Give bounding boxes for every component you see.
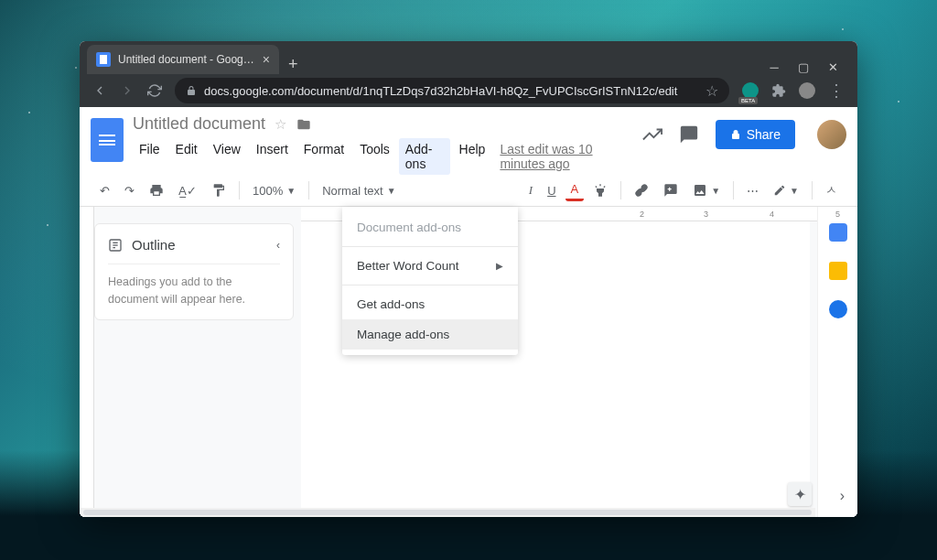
user-avatar[interactable] [817, 120, 846, 149]
editing-mode-icon[interactable]: ▼ [768, 180, 804, 200]
close-tab-icon[interactable]: × [263, 52, 270, 67]
horizontal-scrollbar[interactable] [80, 508, 815, 517]
tasks-icon[interactable] [829, 300, 847, 318]
menu-view[interactable]: View [207, 138, 247, 175]
share-lock-icon [730, 129, 741, 140]
last-edit-link[interactable]: Last edit was 10 minutes ago [500, 138, 632, 175]
add-comment-icon[interactable] [658, 179, 684, 201]
image-icon[interactable]: ▼ [687, 179, 726, 201]
hide-menus-icon[interactable]: ㅅ [820, 178, 843, 202]
menu-bar: File Edit View Insert Format Tools Add-o… [133, 138, 633, 175]
outline-icon [108, 238, 123, 253]
style-select[interactable]: Normal text▼ [317, 180, 401, 201]
minimize-icon[interactable]: ─ [768, 60, 781, 74]
share-button[interactable]: Share [716, 120, 795, 149]
menu-edit[interactable]: Edit [169, 138, 204, 175]
calendar-icon[interactable] [829, 223, 847, 242]
address-bar: docs.google.com/document/d/1nqTLzDqs7d32… [80, 74, 857, 107]
submenu-arrow-icon: ▶ [496, 261, 503, 271]
url-text: docs.google.com/document/d/1nqTLzDqs7d32… [204, 84, 698, 98]
toolbar: ↶ ↷ A̲✓ 100%▼ Normal text▼ I U A ▼ ⋯ ▼ ㅅ [80, 175, 857, 207]
menu-file[interactable]: File [133, 138, 167, 175]
new-tab-button[interactable]: + [279, 55, 307, 74]
reload-icon[interactable] [147, 83, 162, 98]
tab-title: Untitled document - Google Doc [118, 53, 255, 66]
text-color-icon[interactable]: A [565, 179, 585, 201]
extensions-icon[interactable] [771, 83, 786, 98]
undo-icon[interactable]: ↶ [94, 180, 115, 201]
profile-ext-icon[interactable] [799, 82, 815, 99]
docs-header: Untitled document ☆ File Edit View Inser… [80, 107, 857, 175]
outline-hint: Headings you add to the document will ap… [108, 264, 280, 308]
side-panel-toggle-icon[interactable]: › [840, 488, 845, 504]
addon-document-addons[interactable]: Document add-ons [342, 212, 518, 242]
link-icon[interactable] [629, 179, 654, 201]
extension-beta-icon[interactable]: BETA [742, 82, 759, 99]
addon-manage-addons[interactable]: Manage add-ons [342, 319, 518, 350]
addon-better-word-count[interactable]: Better Word Count ▶ [342, 251, 518, 281]
redo-icon[interactable]: ↷ [119, 180, 140, 201]
tab-strip: Untitled document - Google Doc × + ─ ▢ ✕ [80, 41, 857, 74]
zoom-select[interactable]: 100%▼ [247, 180, 301, 201]
docs-favicon [96, 52, 111, 67]
google-docs-app: Untitled document ☆ File Edit View Inser… [80, 107, 857, 517]
docs-logo-icon[interactable] [91, 118, 124, 162]
explore-button[interactable]: ✦ [788, 482, 812, 506]
addons-dropdown-menu: Document add-ons Better Word Count ▶ Get… [342, 207, 518, 355]
back-icon[interactable] [92, 83, 107, 98]
menu-insert[interactable]: Insert [250, 138, 295, 175]
maximize-icon[interactable]: ▢ [797, 60, 810, 74]
move-folder-icon[interactable] [296, 117, 312, 132]
document-title[interactable]: Untitled document [133, 114, 265, 134]
forward-icon[interactable] [120, 83, 135, 98]
menu-tools[interactable]: Tools [353, 138, 396, 175]
italic-icon[interactable]: I [523, 179, 538, 201]
outline-title: Outline [132, 237, 176, 253]
highlight-icon[interactable] [587, 179, 613, 201]
activity-icon[interactable] [642, 124, 662, 145]
addon-get-addons[interactable]: Get add-ons [342, 289, 518, 319]
menu-format[interactable]: Format [297, 138, 350, 175]
side-panel [817, 207, 857, 517]
url-bar[interactable]: docs.google.com/document/d/1nqTLzDqs7d32… [175, 78, 729, 103]
spellcheck-icon[interactable]: A̲✓ [173, 180, 202, 201]
content-area: Outline ‹ Headings you add to the docume… [80, 207, 857, 517]
lock-icon [186, 85, 197, 96]
menu-help[interactable]: Help [453, 138, 492, 175]
extension-icons: BETA ⋮ [742, 81, 845, 101]
bookmark-star-icon[interactable]: ☆ [705, 82, 718, 100]
browser-menu-icon[interactable]: ⋮ [828, 81, 845, 101]
comments-icon[interactable] [679, 124, 699, 145]
paint-format-icon[interactable] [206, 179, 232, 201]
vertical-ruler [80, 207, 94, 517]
collapse-outline-icon[interactable]: ‹ [276, 239, 280, 252]
browser-tab[interactable]: Untitled document - Google Doc × [87, 45, 279, 74]
underline-icon[interactable]: U [542, 180, 561, 201]
browser-window: Untitled document - Google Doc × + ─ ▢ ✕… [80, 41, 857, 517]
print-icon[interactable] [144, 179, 169, 201]
keep-icon[interactable] [829, 262, 847, 280]
star-document-icon[interactable]: ☆ [275, 116, 286, 133]
close-window-icon[interactable]: ✕ [826, 60, 839, 74]
outline-panel: Outline ‹ Headings you add to the docume… [94, 223, 294, 320]
menu-addons[interactable]: Add-ons [399, 138, 450, 175]
more-icon[interactable]: ⋯ [741, 180, 764, 201]
